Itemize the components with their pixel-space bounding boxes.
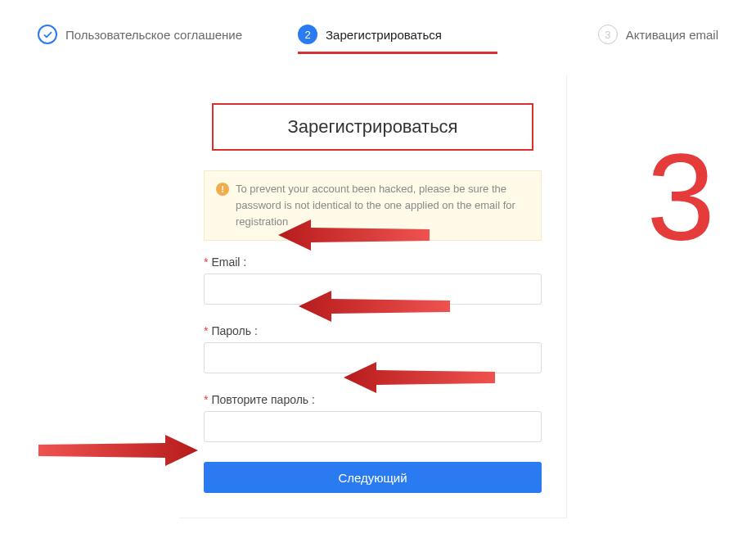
step-2-register[interactable]: 2 Зарегистрироваться [298, 25, 442, 54]
step-2-number: 2 [298, 25, 317, 44]
svg-marker-3 [38, 435, 198, 466]
confirm-password-input[interactable] [204, 411, 542, 442]
step-3-activation[interactable]: 3 Активация email [598, 25, 718, 54]
check-icon [38, 25, 57, 44]
arrow-annotation-icon [34, 430, 198, 471]
annotation-step-number: 3 [647, 127, 715, 269]
confirm-password-label: * Повторите пароль : [204, 393, 542, 406]
step-1-label: Пользовательское соглашение [65, 28, 242, 42]
email-input[interactable] [204, 274, 542, 305]
password-input[interactable] [204, 342, 542, 373]
step-1-agreement[interactable]: Пользовательское соглашение [38, 25, 242, 54]
required-asterisk: * [204, 393, 208, 406]
email-label: * Email : [204, 255, 542, 269]
password-field-group: * Пароль : [204, 324, 542, 373]
warning-icon: ! [216, 183, 229, 196]
confirm-password-field-group: * Повторите пароль : [204, 393, 542, 442]
required-asterisk: * [204, 255, 208, 269]
required-asterisk: * [204, 324, 208, 337]
email-field-group: * Email : [204, 255, 542, 305]
password-warning-box: ! To prevent your account been hacked, p… [204, 170, 542, 241]
card-title-box: Зарегистрироваться [212, 103, 533, 151]
password-label: * Пароль : [204, 324, 542, 337]
step-3-label: Активация email [626, 28, 718, 42]
step-2-label: Зарегистрироваться [326, 28, 442, 42]
registration-stepper: Пользовательское соглашение 2 Зарегистри… [0, 0, 756, 54]
registration-form-card: Зарегистрироваться ! To prevent your acc… [179, 75, 567, 518]
warning-text: To prevent your account been hacked, ple… [236, 181, 529, 230]
next-button[interactable]: Следующий [204, 462, 542, 493]
card-title: Зарегистрироваться [238, 116, 507, 138]
step-3-number: 3 [598, 25, 618, 44]
